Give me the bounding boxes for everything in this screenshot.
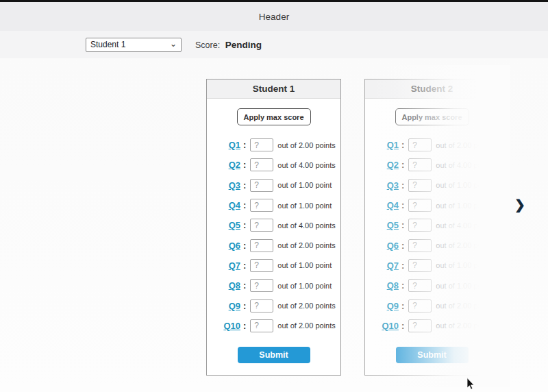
score-input[interactable] — [250, 158, 273, 171]
points-label: out of 2.00 points — [436, 241, 493, 249]
points-label: out of 2.00 points — [277, 241, 335, 249]
colon-separator: : — [401, 301, 404, 311]
mouse-cursor — [466, 378, 475, 390]
question-rows: Q1:out of 2.00 pointsQ2:out of 4.00 poin… — [207, 135, 340, 336]
score-input[interactable] — [250, 179, 273, 192]
question-link[interactable]: Q2 — [207, 160, 240, 170]
question-link[interactable]: Q2 — [365, 160, 399, 170]
app-header: Header — [0, 2, 548, 31]
question-link[interactable]: Q6 — [365, 241, 399, 251]
score-input[interactable] — [408, 299, 432, 313]
question-row: Q5:out of 4.00 points — [365, 215, 499, 235]
question-link[interactable]: Q9 — [207, 301, 240, 311]
submit-button[interactable]: Submit — [238, 347, 310, 363]
question-row: Q6:out of 2.00 points — [207, 235, 340, 255]
student-card-current: Student 1 Apply max score Q1:out of 2.00… — [206, 79, 341, 376]
submit-button[interactable]: Submit — [396, 347, 469, 363]
score-input[interactable] — [250, 259, 273, 272]
colon-separator: : — [401, 180, 404, 191]
score-input[interactable] — [250, 319, 273, 332]
score-input[interactable] — [408, 259, 432, 272]
question-link[interactable]: Q7 — [207, 260, 240, 271]
points-label: out of 4.00 points — [277, 221, 335, 230]
question-link[interactable]: Q10 — [207, 321, 240, 331]
question-link[interactable]: Q7 — [365, 260, 399, 271]
colon-separator: : — [243, 140, 246, 150]
score-input[interactable] — [250, 138, 273, 151]
question-row: Q10:out of 2.00 points — [365, 316, 499, 336]
points-label: out of 1.00 point — [436, 181, 490, 189]
main-area: Student 1 Apply max score Q1:out of 2.00… — [0, 58, 548, 392]
question-link[interactable]: Q1 — [207, 140, 240, 150]
question-row: Q2:out of 4.00 points — [365, 155, 499, 175]
colon-separator: : — [243, 301, 246, 311]
card-title: Student 2 — [365, 79, 499, 99]
points-label: out of 2.00 points — [277, 302, 335, 310]
question-row: Q3:out of 1.00 point — [207, 175, 340, 195]
question-row: Q7:out of 1.00 point — [365, 256, 499, 275]
score-input[interactable] — [408, 179, 432, 192]
colon-separator: : — [243, 260, 246, 271]
score-label: Score: — [195, 40, 220, 50]
question-row: Q8:out of 1.00 point — [207, 275, 340, 295]
colon-separator: : — [243, 160, 246, 170]
score-display: Score: Pending — [195, 40, 262, 50]
question-row: Q9:out of 2.00 points — [207, 295, 340, 315]
score-input[interactable] — [408, 219, 432, 232]
score-input[interactable] — [408, 158, 432, 171]
question-rows: Q1:out of 2.00 pointsQ2:out of 4.00 poin… — [365, 135, 499, 336]
points-label: out of 4.00 points — [277, 161, 335, 169]
score-input[interactable] — [250, 299, 273, 313]
question-link[interactable]: Q10 — [365, 321, 399, 331]
colon-separator: : — [243, 321, 246, 331]
apply-max-score-button[interactable]: Apply max score — [237, 108, 311, 125]
points-label: out of 2.00 points — [436, 302, 493, 310]
question-row: Q7:out of 1.00 point — [207, 256, 340, 275]
question-link[interactable]: Q4 — [365, 200, 399, 210]
colon-separator: : — [243, 280, 246, 291]
question-link[interactable]: Q8 — [365, 280, 399, 291]
question-link[interactable]: Q8 — [207, 280, 240, 291]
question-link[interactable]: Q1 — [365, 140, 399, 150]
score-input[interactable] — [250, 199, 273, 212]
question-row: Q4:out of 1.00 point — [207, 195, 340, 215]
points-label: out of 1.00 point — [277, 181, 332, 189]
card-title: Student 1 — [207, 79, 340, 99]
points-label: out of 2.00 points — [436, 141, 493, 149]
question-row: Q9:out of 2.00 points — [365, 295, 499, 315]
colon-separator: : — [243, 180, 246, 191]
question-link[interactable]: Q5 — [207, 220, 240, 230]
score-input[interactable] — [408, 319, 432, 332]
question-row: Q5:out of 4.00 points — [207, 215, 340, 235]
points-label: out of 1.00 point — [277, 282, 332, 290]
question-link[interactable]: Q3 — [365, 180, 399, 191]
question-link[interactable]: Q5 — [365, 220, 399, 230]
score-input[interactable] — [408, 199, 432, 212]
student-select[interactable]: Student 1 — [86, 38, 182, 52]
points-label: out of 2.00 points — [436, 321, 493, 330]
colon-separator: : — [401, 140, 404, 150]
question-row: Q3:out of 1.00 point — [365, 175, 499, 195]
score-input[interactable] — [408, 138, 432, 151]
points-label: out of 4.00 points — [436, 221, 493, 230]
colon-separator: : — [401, 280, 404, 291]
colon-separator: : — [401, 241, 404, 251]
next-student-chevron-icon[interactable]: ❯ — [514, 198, 525, 211]
question-link[interactable]: Q9 — [365, 301, 399, 311]
question-row: Q10:out of 2.00 points — [207, 316, 340, 336]
score-input[interactable] — [408, 239, 432, 252]
score-input[interactable] — [408, 279, 432, 292]
colon-separator: : — [401, 321, 404, 331]
question-link[interactable]: Q3 — [207, 180, 240, 191]
score-input[interactable] — [250, 219, 273, 232]
question-row: Q8:out of 1.00 point — [365, 275, 499, 295]
score-input[interactable] — [250, 279, 273, 292]
points-label: out of 1.00 point — [436, 261, 490, 269]
question-row: Q1:out of 2.00 points — [207, 135, 340, 155]
question-link[interactable]: Q6 — [207, 241, 240, 251]
apply-max-score-button[interactable]: Apply max score — [395, 108, 469, 125]
points-label: out of 1.00 point — [436, 201, 490, 210]
points-label: out of 2.00 points — [277, 321, 335, 330]
question-link[interactable]: Q4 — [207, 200, 240, 210]
score-input[interactable] — [250, 239, 273, 252]
